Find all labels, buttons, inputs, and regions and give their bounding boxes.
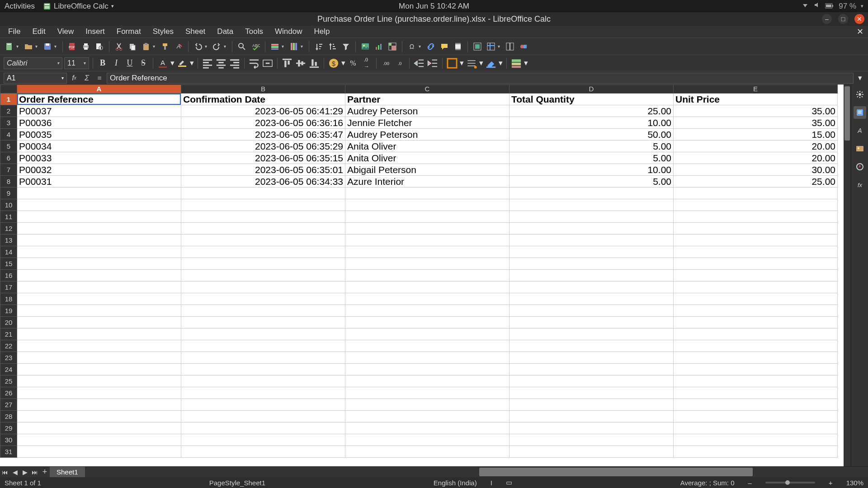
cell[interactable] (345, 258, 509, 270)
sheet-first-button[interactable]: ⏮ (0, 469, 10, 476)
cell[interactable] (181, 411, 345, 422)
split-window-button[interactable] (504, 41, 516, 52)
cell[interactable] (17, 188, 181, 199)
show-draw-functions-button[interactable] (518, 41, 529, 52)
cell[interactable] (17, 270, 181, 282)
define-print-area-button[interactable] (472, 41, 483, 52)
row-header[interactable]: 28 (0, 411, 17, 422)
cell[interactable] (509, 235, 674, 246)
cell[interactable]: 5.00 (509, 141, 674, 152)
cell[interactable] (509, 188, 674, 199)
cell[interactable] (509, 340, 674, 352)
cell[interactable] (181, 211, 345, 223)
sum-button[interactable]: Σ (81, 73, 92, 84)
cell[interactable]: 2023-06-05 06:34:33 (181, 176, 345, 188)
align-vcenter-button[interactable] (295, 57, 307, 69)
cell[interactable]: P00036 (17, 117, 181, 129)
cell[interactable] (181, 293, 345, 305)
borders-button[interactable] (446, 57, 458, 69)
cell[interactable] (181, 305, 345, 317)
status-summary[interactable]: Average: ; Sum: 0 (680, 479, 735, 487)
open-button[interactable] (23, 41, 34, 52)
italic-button[interactable]: I (110, 57, 122, 69)
cell[interactable] (181, 340, 345, 352)
cell[interactable] (509, 364, 674, 375)
cell[interactable] (17, 375, 181, 387)
sidebar-properties-button[interactable] (854, 106, 866, 119)
cell[interactable] (345, 399, 509, 411)
cell[interactable] (17, 211, 181, 223)
cell[interactable]: 5.00 (509, 152, 674, 164)
row-header[interactable]: 16 (0, 270, 17, 282)
cell[interactable]: 20.00 (674, 152, 838, 164)
row-header[interactable]: 20 (0, 317, 17, 328)
cell[interactable]: Partner (345, 94, 509, 105)
cell[interactable] (509, 375, 674, 387)
cell[interactable]: Anita Oliver (345, 141, 509, 152)
column-button[interactable] (288, 41, 300, 52)
cell[interactable] (345, 235, 509, 246)
row-header[interactable]: 31 (0, 446, 17, 458)
menu-format[interactable]: Format (112, 26, 146, 37)
freeze-dropdown[interactable]: ▾ (498, 44, 502, 49)
column-headers[interactable]: ABCDE (17, 84, 838, 94)
cell[interactable] (509, 446, 674, 458)
align-left-button[interactable] (202, 57, 213, 69)
cell[interactable] (509, 305, 674, 317)
row-header[interactable]: 5 (0, 141, 17, 152)
special-char-button[interactable]: Ω (406, 41, 418, 52)
cell[interactable] (345, 293, 509, 305)
cell[interactable] (17, 246, 181, 258)
cell[interactable] (509, 328, 674, 340)
borders-dropdown[interactable]: ▾ (460, 58, 464, 68)
row-header[interactable]: 6 (0, 152, 17, 164)
cell[interactable]: P00033 (17, 152, 181, 164)
open-dropdown[interactable]: ▾ (35, 44, 40, 49)
cell[interactable] (345, 328, 509, 340)
sheet-last-button[interactable]: ⏭ (30, 469, 40, 476)
cell[interactable]: 2023-06-05 06:36:16 (181, 117, 345, 129)
cell[interactable] (674, 223, 838, 235)
menu-tools[interactable]: Tools (241, 26, 268, 37)
cell[interactable]: Unit Price (674, 94, 838, 105)
special-char-dropdown[interactable]: ▾ (419, 44, 423, 49)
cell[interactable] (345, 246, 509, 258)
menu-edit[interactable]: Edit (28, 26, 50, 37)
menu-file[interactable]: File (4, 26, 25, 37)
highlight-dropdown[interactable]: ▾ (190, 58, 194, 68)
status-page-style[interactable]: PageStyle_Sheet1 (209, 479, 265, 487)
add-decimal-button[interactable]: .00 (380, 57, 392, 69)
row-header[interactable]: 1 (0, 94, 17, 105)
number-format-button[interactable]: .0→ (361, 57, 373, 69)
row-header[interactable]: 14 (0, 246, 17, 258)
cell[interactable] (181, 199, 345, 211)
cell[interactable] (509, 411, 674, 422)
cell[interactable]: 35.00 (674, 105, 838, 117)
cell[interactable] (345, 317, 509, 328)
vertical-scrollbar[interactable] (844, 84, 851, 466)
cell[interactable] (674, 305, 838, 317)
maximize-button[interactable]: □ (838, 14, 848, 24)
clear-formatting-button[interactable]: A (173, 41, 184, 52)
cell[interactable] (181, 399, 345, 411)
cell[interactable]: 2023-06-05 06:35:29 (181, 141, 345, 152)
cell[interactable] (17, 293, 181, 305)
row-header[interactable]: 29 (0, 422, 17, 434)
spreadsheet-grid[interactable]: ABCDE 1234567891011121314151617181920212… (0, 84, 851, 466)
sidebar-styles-button[interactable]: A (854, 124, 866, 137)
cell[interactable] (509, 246, 674, 258)
cell[interactable] (345, 434, 509, 446)
cell[interactable] (509, 399, 674, 411)
battery-icon[interactable] (825, 2, 834, 11)
zoom-value[interactable]: 130% (846, 479, 863, 487)
cell[interactable] (17, 387, 181, 399)
cell[interactable] (17, 282, 181, 293)
wrap-text-button[interactable] (248, 57, 260, 69)
status-selection-mode[interactable]: ▭ (506, 479, 512, 487)
cell[interactable] (345, 188, 509, 199)
freeze-button[interactable] (485, 41, 497, 52)
headers-footers-button[interactable] (452, 41, 464, 52)
cell[interactable] (181, 387, 345, 399)
percent-button[interactable]: % (347, 57, 359, 69)
background-color-dropdown[interactable]: ▾ (499, 58, 503, 68)
